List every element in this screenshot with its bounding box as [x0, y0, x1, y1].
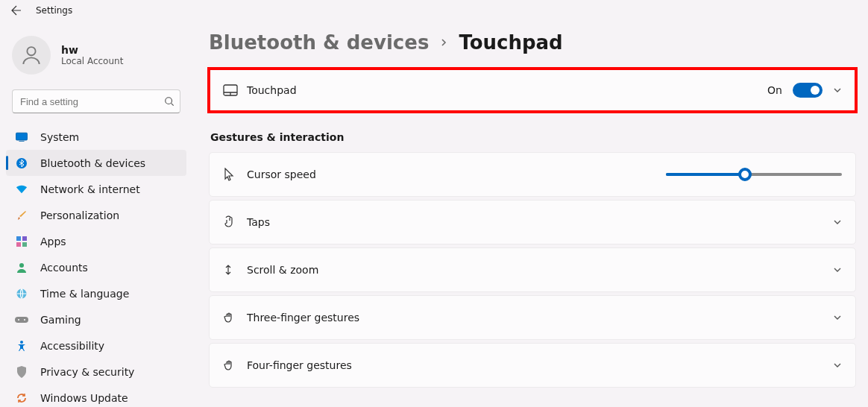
- breadcrumb-parent[interactable]: Bluetooth & devices: [209, 31, 429, 54]
- chevron-down-icon: [833, 313, 842, 322]
- search-icon: [164, 96, 174, 107]
- hand-icon: [223, 311, 247, 324]
- sidebar: hw Local Account System Bluetooth & devi…: [0, 24, 192, 407]
- chevron-down-icon: [833, 218, 842, 227]
- tap-icon: [223, 215, 247, 229]
- apps-icon: [15, 235, 28, 248]
- sidebar-item-label: Privacy & security: [40, 366, 134, 378]
- svg-point-13: [24, 319, 25, 321]
- touchpad-main-card[interactable]: Touchpad On: [209, 69, 856, 112]
- sidebar-item-gaming[interactable]: Gaming: [6, 306, 186, 332]
- svg-rect-2: [16, 133, 27, 140]
- profile-subtitle: Local Account: [61, 56, 123, 66]
- person-icon: [19, 43, 43, 67]
- svg-point-14: [20, 341, 23, 344]
- sidebar-item-update[interactable]: Windows Update: [6, 385, 186, 407]
- app-root: Settings hw Local Account: [0, 0, 868, 407]
- back-button[interactable]: [9, 3, 24, 18]
- sidebar-item-label: Network & internet: [40, 183, 140, 195]
- search-box[interactable]: [12, 89, 180, 113]
- touchpad-label: Touchpad: [247, 84, 767, 96]
- wifi-icon: [15, 183, 28, 196]
- scroll-zoom-card[interactable]: Scroll & zoom: [209, 247, 856, 292]
- profile-name: hw: [61, 44, 123, 56]
- sidebar-item-system[interactable]: System: [6, 124, 186, 150]
- gaming-icon: [15, 313, 28, 326]
- svg-rect-6: [22, 236, 27, 241]
- avatar: [12, 36, 51, 75]
- svg-rect-5: [16, 236, 21, 241]
- shield-icon: [15, 365, 28, 379]
- chevron-down-icon[interactable]: [833, 86, 842, 95]
- accounts-icon: [15, 261, 28, 274]
- svg-rect-8: [22, 242, 27, 247]
- svg-point-12: [18, 319, 19, 321]
- sidebar-item-label: Time & language: [40, 288, 129, 300]
- update-icon: [15, 391, 28, 405]
- back-arrow-icon: [10, 4, 22, 16]
- sidebar-item-apps[interactable]: Apps: [6, 228, 186, 254]
- svg-point-9: [19, 263, 24, 268]
- breadcrumb-current: Touchpad: [459, 31, 562, 54]
- hand-icon: [223, 359, 247, 372]
- four-finger-card[interactable]: Four-finger gestures: [209, 343, 856, 388]
- cursor-icon: [223, 168, 247, 181]
- touchpad-toggle-block: On: [767, 83, 823, 98]
- scroll-zoom-label: Scroll & zoom: [247, 264, 823, 276]
- bluetooth-icon: [15, 157, 28, 170]
- svg-point-0: [27, 47, 35, 55]
- svg-point-1: [166, 98, 172, 104]
- sidebar-item-personalization[interactable]: Personalization: [6, 202, 186, 228]
- sidebar-item-network[interactable]: Network & internet: [6, 176, 186, 202]
- sidebar-item-bluetooth[interactable]: Bluetooth & devices: [6, 150, 186, 176]
- taps-card[interactable]: Taps: [209, 200, 856, 244]
- sidebar-item-label: Personalization: [40, 209, 119, 221]
- svg-rect-3: [19, 140, 24, 141]
- sidebar-item-label: Bluetooth & devices: [40, 157, 145, 169]
- sidebar-item-privacy[interactable]: Privacy & security: [6, 359, 186, 385]
- system-icon: [15, 130, 28, 144]
- profile-text: hw Local Account: [61, 44, 123, 66]
- chevron-down-icon: [833, 361, 842, 370]
- titlebar: Settings: [0, 0, 868, 24]
- search-input[interactable]: [12, 89, 180, 113]
- breadcrumb: Bluetooth & devices Touchpad: [209, 31, 856, 54]
- sidebar-item-time[interactable]: Time & language: [6, 280, 186, 306]
- brush-icon: [15, 209, 28, 222]
- sidebar-nav: System Bluetooth & devices Network & int…: [6, 124, 186, 407]
- scroll-icon: [223, 263, 247, 277]
- sidebar-item-label: Accounts: [40, 262, 88, 274]
- touchpad-icon: [223, 84, 247, 96]
- taps-label: Taps: [247, 216, 823, 228]
- sidebar-item-accounts[interactable]: Accounts: [6, 254, 186, 280]
- sidebar-item-label: Gaming: [40, 314, 81, 326]
- four-finger-label: Four-finger gestures: [247, 359, 823, 371]
- chevron-right-icon: [439, 38, 448, 47]
- toggle-state-label: On: [767, 84, 782, 96]
- body: hw Local Account System Bluetooth & devi…: [0, 24, 868, 407]
- section-gestures-label: Gestures & interaction: [210, 131, 856, 143]
- accessibility-icon: [15, 339, 28, 353]
- window-title: Settings: [36, 5, 72, 16]
- sidebar-item-label: System: [40, 131, 79, 143]
- touchpad-toggle[interactable]: [793, 83, 823, 98]
- sidebar-item-label: Apps: [40, 236, 66, 247]
- three-finger-card[interactable]: Three-finger gestures: [209, 295, 856, 340]
- cursor-speed-card: Cursor speed: [209, 152, 856, 197]
- sidebar-item-label: Windows Update: [40, 392, 128, 404]
- svg-rect-7: [16, 242, 21, 247]
- svg-rect-11: [15, 317, 28, 323]
- sidebar-item-label: Accessibility: [40, 340, 104, 352]
- three-finger-label: Three-finger gestures: [247, 312, 823, 324]
- main-content: Bluetooth & devices Touchpad Touchpad On: [192, 24, 868, 407]
- cursor-speed-slider[interactable]: [666, 173, 842, 176]
- cursor-speed-label: Cursor speed: [247, 168, 666, 180]
- profile-block[interactable]: hw Local Account: [6, 31, 186, 85]
- chevron-down-icon: [833, 265, 842, 274]
- globe-icon: [15, 287, 28, 300]
- sidebar-item-accessibility[interactable]: Accessibility: [6, 332, 186, 359]
